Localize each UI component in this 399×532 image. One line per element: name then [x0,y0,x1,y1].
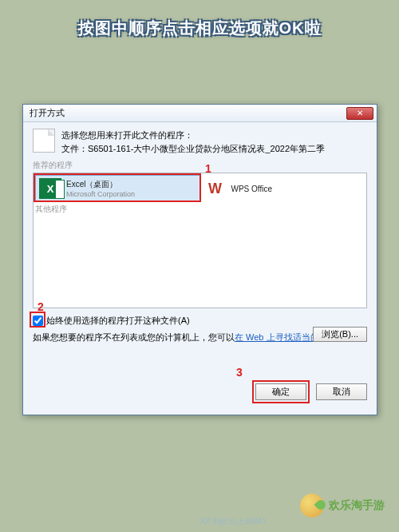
file-icon [33,129,55,153]
browse-button[interactable]: 浏览(B)... [313,327,367,342]
logo-icon [300,494,324,518]
cancel-button[interactable]: 取消 [316,383,367,400]
annotation-box-3: 确定 [252,380,310,403]
annotation-number-3: 3 [236,366,243,379]
program-list[interactable]: 1 X Excel（桌面） Microsoft Corporation W WP… [33,173,367,308]
instruction-banner: 按图中顺序点击相应选项就OK啦 [0,0,399,47]
annotation-number-1: 1 [205,162,211,175]
always-use-checkbox-row: 2 始终使用选择的程序打开这种文件(A) [33,315,367,327]
program-item-excel[interactable]: X Excel（桌面） Microsoft Corporation [35,175,201,202]
prompt-line2: 文件：S6501-161-大中小微型企业贷款分地区情况表_2022年第二季 [61,142,325,156]
brand-name: 欢乐淘手游 [329,498,385,513]
ok-button[interactable]: 确定 [255,383,306,400]
prompt-line1: 选择您想用来打开此文件的程序： [61,129,325,142]
watermark-text: XX 到此为止a8841 [200,516,267,527]
annotation-number-2: 2 [38,300,44,313]
always-use-checkbox[interactable] [33,316,43,326]
program-publisher: Microsoft Corporation [66,190,135,198]
program-name: WPS Office [231,185,273,193]
close-button[interactable]: ✕ [346,107,373,120]
dialog-button-row: 3 确定 取消 [252,380,367,403]
program-name: Excel（桌面） [66,179,135,190]
program-item-wps[interactable]: W WPS Office [201,175,365,202]
dialog-title: 打开方式 [30,107,346,119]
hint-prefix: 如果您想要的程序不在列表或您的计算机上，您可以 [33,332,235,342]
open-with-dialog: 打开方式 ✕ 选择您想用来打开此文件的程序： 文件：S6501-161-大中小微… [22,104,377,415]
excel-icon: X [39,178,61,199]
brand-logo: 欢乐淘手游 [300,494,385,518]
checkbox-label: 始终使用选择的程序打开这种文件(A) [46,315,190,327]
prompt-text: 选择您想用来打开此文件的程序： 文件：S6501-161-大中小微型企业贷款分地… [61,129,325,155]
section-other: 其他程序 [35,204,365,215]
wps-icon: W [204,178,227,199]
dialog-titlebar: 打开方式 ✕ [23,105,377,122]
section-recommended: 推荐的程序 [33,160,367,171]
